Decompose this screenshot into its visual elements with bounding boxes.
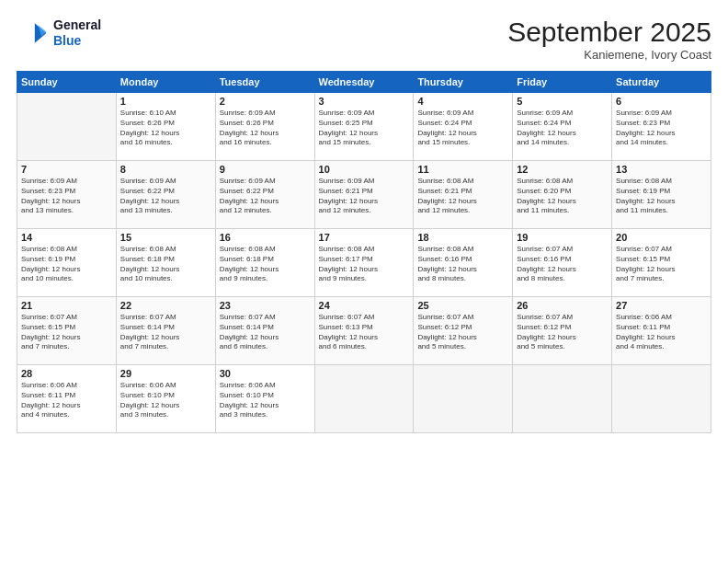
calendar-cell [612,365,711,433]
cell-text: Sunrise: 6:06 AM Sunset: 6:10 PM Dayligh… [120,381,211,420]
calendar-table: SundayMondayTuesdayWednesdayThursdayFrid… [17,71,711,433]
day-number: 8 [120,164,211,175]
day-number: 16 [220,232,311,243]
logo: General Blue [17,17,101,50]
header: General Blue September 2025 Kaniemene, I… [17,17,711,62]
day-number: 7 [21,164,112,175]
day-number: 28 [21,368,112,379]
header-cell-monday: Monday [116,72,215,93]
calendar-header-row: SundayMondayTuesdayWednesdayThursdayFrid… [17,72,711,93]
cell-text: Sunrise: 6:09 AM Sunset: 6:25 PM Dayligh… [319,109,410,148]
cell-text: Sunrise: 6:10 AM Sunset: 6:26 PM Dayligh… [120,109,211,148]
day-number: 19 [517,232,608,243]
cell-text: Sunrise: 6:08 AM Sunset: 6:20 PM Dayligh… [517,177,608,216]
header-cell-sunday: Sunday [17,72,117,93]
cell-text: Sunrise: 6:07 AM Sunset: 6:12 PM Dayligh… [517,313,608,352]
calendar-cell [414,365,513,433]
cell-text: Sunrise: 6:08 AM Sunset: 6:18 PM Dayligh… [220,245,311,284]
day-number: 23 [220,300,311,311]
calendar-cell: 18Sunrise: 6:08 AM Sunset: 6:16 PM Dayli… [414,229,513,297]
calendar-cell: 27Sunrise: 6:06 AM Sunset: 6:11 PM Dayli… [612,297,711,365]
day-number: 10 [319,164,410,175]
calendar-cell: 23Sunrise: 6:07 AM Sunset: 6:14 PM Dayli… [215,297,314,365]
cell-text: Sunrise: 6:08 AM Sunset: 6:19 PM Dayligh… [616,177,707,216]
header-cell-thursday: Thursday [414,72,513,93]
cell-text: Sunrise: 6:08 AM Sunset: 6:19 PM Dayligh… [21,245,112,284]
day-number: 22 [120,300,211,311]
logo-text: General Blue [53,17,101,49]
cell-text: Sunrise: 6:07 AM Sunset: 6:15 PM Dayligh… [21,313,112,352]
day-number: 17 [319,232,410,243]
calendar-cell: 14Sunrise: 6:08 AM Sunset: 6:19 PM Dayli… [17,229,117,297]
cell-text: Sunrise: 6:06 AM Sunset: 6:11 PM Dayligh… [21,381,112,420]
day-number: 26 [517,300,608,311]
day-number: 24 [319,300,410,311]
calendar-cell: 12Sunrise: 6:08 AM Sunset: 6:20 PM Dayli… [513,161,612,229]
cell-text: Sunrise: 6:09 AM Sunset: 6:23 PM Dayligh… [616,109,707,148]
calendar-cell: 3Sunrise: 6:09 AM Sunset: 6:25 PM Daylig… [314,93,414,161]
cell-text: Sunrise: 6:09 AM Sunset: 6:22 PM Dayligh… [120,177,211,216]
header-cell-tuesday: Tuesday [215,72,314,93]
day-number: 3 [319,96,410,107]
cell-text: Sunrise: 6:09 AM Sunset: 6:26 PM Dayligh… [220,109,311,148]
day-number: 12 [517,164,608,175]
calendar-cell [17,93,117,161]
day-number: 6 [616,96,707,107]
calendar-cell: 10Sunrise: 6:09 AM Sunset: 6:21 PM Dayli… [314,161,414,229]
cell-text: Sunrise: 6:08 AM Sunset: 6:16 PM Dayligh… [417,245,508,284]
day-number: 15 [120,232,211,243]
calendar-cell: 6Sunrise: 6:09 AM Sunset: 6:23 PM Daylig… [612,93,711,161]
header-cell-friday: Friday [513,72,612,93]
location: Kaniemene, Ivory Coast [507,48,711,62]
cell-text: Sunrise: 6:08 AM Sunset: 6:21 PM Dayligh… [417,177,508,216]
title-block: September 2025 Kaniemene, Ivory Coast [507,17,711,62]
calendar-week-4: 21Sunrise: 6:07 AM Sunset: 6:15 PM Dayli… [17,297,711,365]
day-number: 2 [220,96,311,107]
day-number: 14 [21,232,112,243]
calendar-cell [513,365,612,433]
calendar-week-1: 1Sunrise: 6:10 AM Sunset: 6:26 PM Daylig… [17,93,711,161]
calendar-cell: 26Sunrise: 6:07 AM Sunset: 6:12 PM Dayli… [513,297,612,365]
calendar-cell [314,365,414,433]
cell-text: Sunrise: 6:07 AM Sunset: 6:16 PM Dayligh… [517,245,608,284]
calendar-cell: 28Sunrise: 6:06 AM Sunset: 6:11 PM Dayli… [17,365,117,433]
calendar-body: 1Sunrise: 6:10 AM Sunset: 6:26 PM Daylig… [17,93,711,433]
day-number: 20 [616,232,707,243]
calendar-week-2: 7Sunrise: 6:09 AM Sunset: 6:23 PM Daylig… [17,161,711,229]
header-cell-wednesday: Wednesday [314,72,414,93]
cell-text: Sunrise: 6:09 AM Sunset: 6:23 PM Dayligh… [21,177,112,216]
cell-text: Sunrise: 6:07 AM Sunset: 6:14 PM Dayligh… [120,313,211,352]
day-number: 5 [517,96,608,107]
day-number: 27 [616,300,707,311]
page: General Blue September 2025 Kaniemene, I… [0,0,728,563]
calendar-cell: 1Sunrise: 6:10 AM Sunset: 6:26 PM Daylig… [116,93,215,161]
day-number: 30 [220,368,311,379]
day-number: 21 [21,300,112,311]
logo-icon [17,17,50,50]
cell-text: Sunrise: 6:09 AM Sunset: 6:24 PM Dayligh… [417,109,508,148]
month-title: September 2025 [507,17,711,48]
calendar-cell: 21Sunrise: 6:07 AM Sunset: 6:15 PM Dayli… [17,297,117,365]
calendar-cell: 22Sunrise: 6:07 AM Sunset: 6:14 PM Dayli… [116,297,215,365]
day-number: 4 [417,96,508,107]
calendar-cell: 25Sunrise: 6:07 AM Sunset: 6:12 PM Dayli… [414,297,513,365]
calendar-cell: 2Sunrise: 6:09 AM Sunset: 6:26 PM Daylig… [215,93,314,161]
calendar-cell: 24Sunrise: 6:07 AM Sunset: 6:13 PM Dayli… [314,297,414,365]
calendar-cell: 7Sunrise: 6:09 AM Sunset: 6:23 PM Daylig… [17,161,117,229]
calendar-week-5: 28Sunrise: 6:06 AM Sunset: 6:11 PM Dayli… [17,365,711,433]
day-number: 11 [417,164,508,175]
cell-text: Sunrise: 6:07 AM Sunset: 6:13 PM Dayligh… [319,313,410,352]
calendar-cell: 29Sunrise: 6:06 AM Sunset: 6:10 PM Dayli… [116,365,215,433]
calendar-cell: 20Sunrise: 6:07 AM Sunset: 6:15 PM Dayli… [612,229,711,297]
cell-text: Sunrise: 6:08 AM Sunset: 6:18 PM Dayligh… [120,245,211,284]
calendar-cell: 30Sunrise: 6:06 AM Sunset: 6:10 PM Dayli… [215,365,314,433]
day-number: 1 [120,96,211,107]
day-number: 25 [417,300,508,311]
cell-text: Sunrise: 6:09 AM Sunset: 6:21 PM Dayligh… [319,177,410,216]
calendar-cell: 16Sunrise: 6:08 AM Sunset: 6:18 PM Dayli… [215,229,314,297]
calendar-cell: 13Sunrise: 6:08 AM Sunset: 6:19 PM Dayli… [612,161,711,229]
day-number: 13 [616,164,707,175]
cell-text: Sunrise: 6:07 AM Sunset: 6:15 PM Dayligh… [616,245,707,284]
calendar-cell: 5Sunrise: 6:09 AM Sunset: 6:24 PM Daylig… [513,93,612,161]
day-number: 29 [120,368,211,379]
